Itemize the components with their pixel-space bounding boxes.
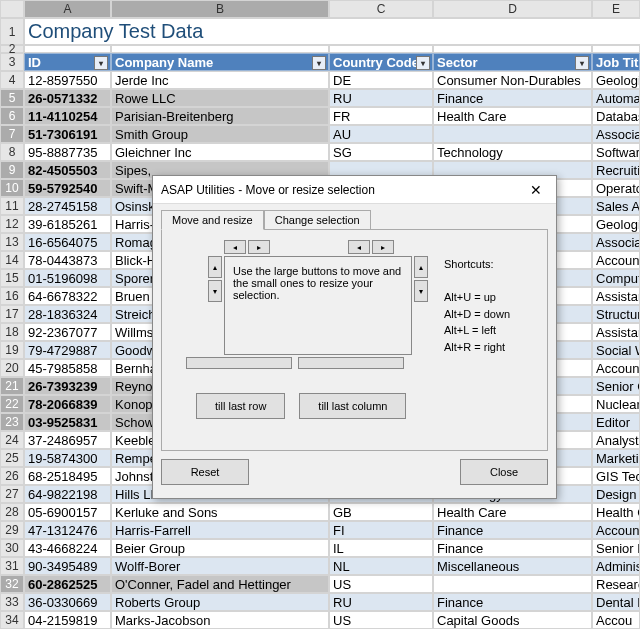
- cell-jobtitle[interactable]: Account: [592, 359, 640, 377]
- cell-id[interactable]: 78-0443873: [24, 251, 111, 269]
- cell-company[interactable]: Jerde Inc: [111, 71, 329, 89]
- th-sector[interactable]: Sector▾: [433, 53, 592, 71]
- tab-change-selection[interactable]: Change selection: [264, 210, 371, 230]
- row-header[interactable]: 26: [0, 467, 24, 485]
- cell-jobtitle[interactable]: Senior C: [592, 377, 640, 395]
- cell-id[interactable]: 59-5792540: [24, 179, 111, 197]
- row-header-3[interactable]: 3: [0, 53, 24, 71]
- cell-id[interactable]: 51-7306191: [24, 125, 111, 143]
- till-last-row-button[interactable]: till last row: [196, 393, 285, 419]
- col-header-b[interactable]: B: [111, 0, 329, 18]
- cell-sector[interactable]: Finance: [433, 593, 592, 611]
- cell-id[interactable]: 92-2367077: [24, 323, 111, 341]
- row-header[interactable]: 29: [0, 521, 24, 539]
- cell-company[interactable]: Marks-Jacobson: [111, 611, 329, 629]
- resize-down-small-2[interactable]: ▾: [414, 280, 428, 302]
- reset-button[interactable]: Reset: [161, 459, 249, 485]
- cell-jobtitle[interactable]: Health C: [592, 503, 640, 521]
- cell-jobtitle[interactable]: Editor: [592, 413, 640, 431]
- row-header[interactable]: 24: [0, 431, 24, 449]
- cell-country[interactable]: US: [329, 575, 433, 593]
- close-icon[interactable]: ✕: [524, 182, 548, 198]
- row-header[interactable]: 9: [0, 161, 24, 179]
- row-header[interactable]: 31: [0, 557, 24, 575]
- cell-company[interactable]: O'Conner, Fadel and Hettinger: [111, 575, 329, 593]
- tab-move-resize[interactable]: Move and resize: [161, 210, 264, 230]
- resize-right-small-2[interactable]: ▸: [372, 240, 394, 254]
- cell-jobtitle[interactable]: Associat: [592, 125, 640, 143]
- row-header[interactable]: 34: [0, 611, 24, 629]
- close-button[interactable]: Close: [460, 459, 548, 485]
- filter-icon[interactable]: ▾: [575, 56, 589, 70]
- row-header[interactable]: 17: [0, 305, 24, 323]
- col-header-c[interactable]: C: [329, 0, 433, 18]
- cell-sector[interactable]: [433, 575, 592, 593]
- cell-country[interactable]: NL: [329, 557, 433, 575]
- cell-id[interactable]: 36-0330669: [24, 593, 111, 611]
- col-header-d[interactable]: D: [433, 0, 592, 18]
- cell-sector[interactable]: [433, 125, 592, 143]
- cell-jobtitle[interactable]: Design E: [592, 485, 640, 503]
- cell-id[interactable]: 79-4729887: [24, 341, 111, 359]
- cell-jobtitle[interactable]: Recruiti: [592, 161, 640, 179]
- cell-company[interactable]: Parisian-Breitenberg: [111, 107, 329, 125]
- cell-company[interactable]: Wolff-Borer: [111, 557, 329, 575]
- th-id[interactable]: ID▾: [24, 53, 111, 71]
- row-header[interactable]: 8: [0, 143, 24, 161]
- cell-jobtitle[interactable]: Account: [592, 251, 640, 269]
- cell-country[interactable]: SG: [329, 143, 433, 161]
- move-down-large-2[interactable]: [298, 357, 404, 369]
- cell-jobtitle[interactable]: Dental H: [592, 593, 640, 611]
- row-header[interactable]: 16: [0, 287, 24, 305]
- cell-country[interactable]: US: [329, 611, 433, 629]
- cell-company[interactable]: Kerluke and Sons: [111, 503, 329, 521]
- cell-jobtitle[interactable]: Associat: [592, 233, 640, 251]
- corner-cell[interactable]: [0, 0, 24, 18]
- cell-jobtitle[interactable]: Account: [592, 521, 640, 539]
- row-header-2[interactable]: 2: [0, 45, 24, 53]
- cell-jobtitle[interactable]: Research: [592, 575, 640, 593]
- cell-id[interactable]: 39-6185261: [24, 215, 111, 233]
- move-down-large[interactable]: [186, 357, 292, 369]
- cell-jobtitle[interactable]: Operato: [592, 179, 640, 197]
- row-header[interactable]: 12: [0, 215, 24, 233]
- col-header-e[interactable]: E: [592, 0, 640, 18]
- cell-country[interactable]: GB: [329, 503, 433, 521]
- cell-id[interactable]: 43-4668224: [24, 539, 111, 557]
- row-header[interactable]: 18: [0, 323, 24, 341]
- cell-sector[interactable]: Health Care: [433, 107, 592, 125]
- cell-company[interactable]: Roberts Group: [111, 593, 329, 611]
- cell-jobtitle[interactable]: Accou: [592, 611, 640, 629]
- cell-country[interactable]: FR: [329, 107, 433, 125]
- cell-jobtitle[interactable]: Softwar: [592, 143, 640, 161]
- cell-sector[interactable]: Finance: [433, 539, 592, 557]
- th-jobtitle[interactable]: Job Title: [592, 53, 640, 71]
- resize-up-small[interactable]: ▴: [208, 256, 222, 278]
- row-header[interactable]: 33: [0, 593, 24, 611]
- cell-jobtitle[interactable]: Databas: [592, 107, 640, 125]
- row-header[interactable]: 7: [0, 125, 24, 143]
- row-header[interactable]: 23: [0, 413, 24, 431]
- cell-jobtitle[interactable]: GIS Tech: [592, 467, 640, 485]
- cell-jobtitle[interactable]: Assistan: [592, 287, 640, 305]
- cell-company[interactable]: Harris-Farrell: [111, 521, 329, 539]
- row-header[interactable]: 14: [0, 251, 24, 269]
- cell-id[interactable]: 68-2518495: [24, 467, 111, 485]
- resize-right-small[interactable]: ▸: [248, 240, 270, 254]
- cell-id[interactable]: 28-2745158: [24, 197, 111, 215]
- cell-id[interactable]: 37-2486957: [24, 431, 111, 449]
- cell-jobtitle[interactable]: Analyst: [592, 431, 640, 449]
- cell-company[interactable]: Smith Group: [111, 125, 329, 143]
- cell-id[interactable]: 95-8887735: [24, 143, 111, 161]
- th-company[interactable]: Company Name▾: [111, 53, 329, 71]
- cell-id[interactable]: 90-3495489: [24, 557, 111, 575]
- cell-jobtitle[interactable]: Comput: [592, 269, 640, 287]
- row-header[interactable]: 15: [0, 269, 24, 287]
- row-header[interactable]: 22: [0, 395, 24, 413]
- row-header[interactable]: 30: [0, 539, 24, 557]
- cell-id[interactable]: 01-5196098: [24, 269, 111, 287]
- filter-icon[interactable]: ▾: [94, 56, 108, 70]
- cell-id[interactable]: 16-6564075: [24, 233, 111, 251]
- col-header-a[interactable]: A: [24, 0, 111, 18]
- cell-sector[interactable]: Health Care: [433, 503, 592, 521]
